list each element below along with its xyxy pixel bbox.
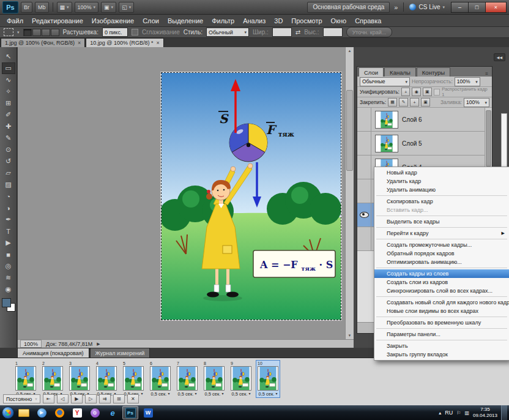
unify-style-icon[interactable]: ▣ — [423, 88, 432, 96]
frame-delay-button[interactable]: 0,5 сек.▾ — [205, 391, 224, 397]
status-zoom-field[interactable]: 100% — [20, 340, 42, 348]
menu-item-reverse-frames[interactable]: Обратный порядок кадров — [374, 249, 509, 258]
tab-measurement-log[interactable]: Журнал измерений — [90, 348, 150, 358]
3d-rotate-tool[interactable]: ◎ — [2, 260, 15, 272]
menu-window[interactable]: Окно — [327, 17, 351, 24]
lock-all-icon[interactable]: ▣ — [421, 98, 430, 107]
frame-delay-button[interactable]: 0,5 сек.▾ — [151, 391, 170, 397]
eraser-tool[interactable]: ▱ — [2, 167, 15, 179]
intersect-selection-mode-button[interactable] — [51, 29, 59, 36]
flag-icon[interactable]: ⚐ — [456, 410, 461, 416]
scroll-down-icon[interactable]: ▼ — [346, 332, 354, 339]
history-brush-tool[interactable]: ↺ — [2, 156, 15, 167]
dodge-tool[interactable]: ◑ — [2, 202, 15, 214]
menu-item-new-frame[interactable]: Новый кадр — [374, 168, 509, 177]
maximize-button[interactable]: □ — [468, 2, 486, 13]
menu-image[interactable]: Изображение — [87, 17, 138, 24]
status-options-arrow[interactable]: ▶ — [97, 342, 100, 347]
menu-item-go-to-frame[interactable]: Перейти к кадру ▶ — [374, 229, 509, 238]
workspace-overflow-button[interactable]: » — [394, 4, 398, 11]
animation-frame-4[interactable]: 4 0,5 сек.▾ — [94, 360, 119, 398]
taskbar-firefox-button[interactable] — [51, 406, 67, 419]
tab-channels[interactable]: Каналы — [384, 67, 416, 77]
visibility-toggle[interactable] — [357, 132, 371, 155]
layer-row-6[interactable]: Слой 6 — [357, 108, 492, 132]
close-button[interactable]: × — [485, 2, 507, 13]
frame-delay-button[interactable]: 0,5 сек.▾ — [178, 391, 197, 397]
first-frame-button[interactable]: ⇤ — [43, 394, 54, 403]
foreground-color-swatch[interactable] — [2, 298, 11, 307]
new-selection-mode-button[interactable] — [23, 29, 32, 36]
animation-frame-10-selected[interactable]: 10 0,5 сек.▾ — [256, 360, 280, 398]
lasso-tool[interactable]: ∿ — [2, 74, 15, 86]
quick-selection-tool[interactable]: ✧ — [2, 86, 15, 97]
menu-item-delete-animation[interactable]: Удалить анимацию — [374, 186, 509, 194]
brush-tool[interactable]: ✎ — [2, 132, 15, 144]
lock-pixels-icon[interactable]: ✎ — [399, 98, 408, 107]
move-tool[interactable]: ↖ — [2, 51, 15, 62]
network-icon[interactable]: ▥ — [464, 410, 469, 416]
taskbar-photoshop-button[interactable]: Ps — [122, 406, 138, 419]
menu-item-delete-frame[interactable]: Удалить кадр — [374, 177, 509, 186]
hidden-icons-button[interactable]: ▴ — [439, 410, 441, 416]
collapse-panels-button[interactable]: ◀◀ — [494, 53, 505, 61]
opacity-field[interactable]: 100% ▾ — [455, 77, 480, 86]
zoom-tool[interactable]: ◉ — [2, 283, 15, 295]
menu-file[interactable]: Файл — [2, 17, 28, 24]
previous-frame-button[interactable]: ◁ — [57, 394, 69, 403]
menu-3d[interactable]: 3D — [270, 17, 287, 24]
show-desktop-button[interactable] — [501, 405, 507, 420]
menu-edit[interactable]: Редактирование — [28, 17, 87, 24]
hand-tool[interactable]: ≋ — [2, 272, 15, 283]
propagate-frame-checkbox[interactable] — [434, 89, 440, 96]
panel-menu-button[interactable]: ≡ — [483, 71, 491, 77]
layer-row-5[interactable]: Слой 5 — [357, 132, 492, 156]
next-frame-button[interactable]: ▷ — [85, 394, 97, 403]
animation-frame-5[interactable]: 5 0,5 сек.▾ — [121, 360, 146, 398]
view-extras-button[interactable]: ▦ ▾ — [57, 2, 72, 13]
animation-frame-1[interactable]: 1 0,5 сек.▾ — [13, 360, 38, 398]
blend-mode-select[interactable]: Обычные ▾ — [360, 77, 410, 86]
menu-item-make-layers-from-frames[interactable]: Создать слои из кадров — [374, 278, 509, 287]
document-tab-1[interactable]: 1.jpg @ 100% (Фон, RGB/8) × — [1, 38, 85, 47]
subtract-selection-mode-button[interactable] — [42, 29, 50, 36]
tab-close-icon[interactable]: × — [156, 40, 159, 46]
blur-tool[interactable]: ◔ — [2, 190, 15, 202]
animation-frame-8[interactable]: 8 0,5 сек.▾ — [202, 360, 226, 398]
menu-item-match-layer-across-frames[interactable]: Синхронизировать слой во всех кадрах... — [374, 287, 509, 295]
tool-preset-icon[interactable] — [4, 28, 13, 36]
language-indicator[interactable]: RU — [445, 410, 453, 416]
zoom-level-button[interactable]: 100% ▾ — [75, 2, 99, 13]
screen-mode-button[interactable]: ◱ ▾ — [119, 2, 134, 13]
swap-dimensions-icon[interactable]: ⇄ — [295, 29, 300, 36]
menu-item-new-layer-per-frame[interactable]: Создавать новый слой для каждого нового … — [374, 298, 509, 307]
menu-help[interactable]: Справка — [351, 17, 385, 24]
type-tool[interactable]: T — [2, 225, 15, 237]
shape-tool[interactable]: ■ — [2, 249, 15, 260]
frame-delay-button[interactable]: 0,5 сек.▾ — [232, 391, 251, 397]
dock-scrollbar[interactable] — [501, 113, 507, 168]
menu-item-make-frames-from-layers[interactable]: Создать кадры из слоев — [374, 269, 509, 278]
healing-brush-tool[interactable]: ✚ — [2, 121, 15, 132]
unify-visibility-icon[interactable]: ◉ — [412, 88, 421, 96]
document-tab-10[interactable]: 10.jpg @ 100% (RGB/8) * × — [86, 38, 163, 47]
tween-button[interactable]: ⇉ — [99, 394, 111, 403]
taskbar-explorer-button[interactable] — [16, 406, 32, 419]
taskbar-media-player-button[interactable]: ▶ — [34, 406, 50, 419]
tab-close-icon[interactable]: × — [78, 40, 81, 46]
scrollbar-thumb[interactable] — [486, 110, 491, 167]
mini-bridge-button[interactable]: Mb — [35, 2, 49, 13]
width-input[interactable] — [272, 28, 292, 37]
animation-frame-9[interactable]: 9 0,5 сек.▾ — [229, 360, 253, 398]
path-selection-tool[interactable]: ▶ — [2, 237, 15, 249]
taskbar-word-button[interactable]: W — [140, 406, 156, 419]
bridge-button[interactable]: Br — [21, 2, 32, 13]
loop-count-select[interactable]: Постоянно ▾ — [3, 394, 40, 403]
menu-item-copy-frame[interactable]: Скопировать кадр — [374, 197, 509, 206]
tab-animation-frames[interactable]: Анимация (покадровая) — [17, 348, 89, 358]
taskbar-yandex-button[interactable]: Y — [69, 406, 85, 419]
gradient-tool[interactable]: ▨ — [2, 179, 15, 190]
menu-item-close[interactable]: Закрыть — [374, 342, 509, 350]
lock-transparency-icon[interactable]: ▦ — [388, 98, 397, 107]
menu-item-tween[interactable]: Создать промежуточные кадры... — [374, 241, 509, 249]
